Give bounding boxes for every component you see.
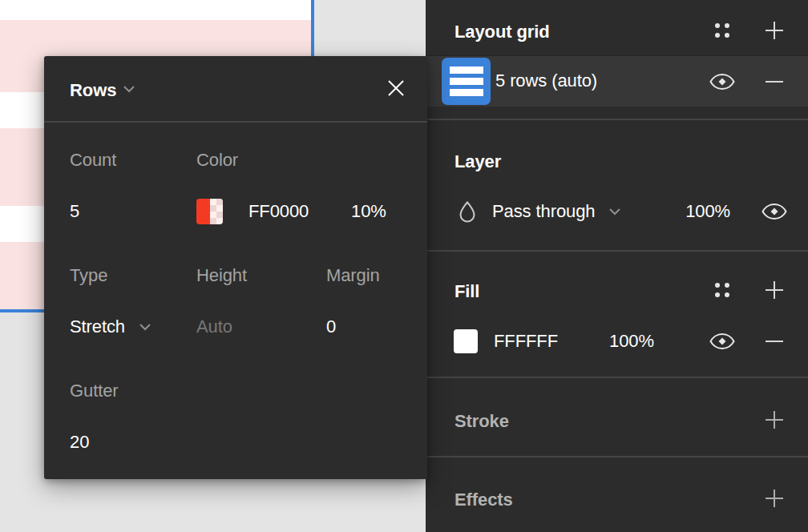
styles-dots-icon bbox=[713, 280, 731, 300]
divider bbox=[426, 456, 808, 457]
grid-color-opacity-input[interactable]: 10% bbox=[351, 203, 386, 220]
styles-dots-icon bbox=[713, 21, 731, 40]
chevron-down-icon bbox=[608, 208, 621, 216]
minus-icon bbox=[763, 71, 786, 93]
blend-mode-chevron[interactable] bbox=[608, 208, 621, 216]
layer-opacity-input[interactable]: 100% bbox=[685, 203, 730, 220]
fill-title: Fill bbox=[454, 281, 479, 302]
plus-icon bbox=[763, 409, 786, 431]
grid-row-label: 5 rows (auto) bbox=[495, 72, 597, 90]
stroke-title: Stroke bbox=[454, 411, 509, 432]
fill-hex-input[interactable]: FFFFFF bbox=[494, 332, 558, 350]
grid-styles-button[interactable] bbox=[713, 21, 731, 40]
chevron-down-icon bbox=[139, 323, 152, 331]
grid-rows-icon[interactable] bbox=[442, 58, 491, 105]
swatch-alpha-half bbox=[210, 199, 224, 224]
grid-color-hex-input[interactable]: FF0000 bbox=[248, 203, 309, 220]
type-label: Type bbox=[70, 267, 107, 284]
layer-title: Layer bbox=[454, 151, 501, 172]
close-icon bbox=[384, 76, 408, 100]
add-effect-button[interactable] bbox=[763, 487, 786, 510]
type-select-chevron[interactable] bbox=[139, 323, 152, 331]
minus-icon bbox=[763, 330, 786, 353]
margin-input[interactable]: 0 bbox=[326, 318, 336, 336]
add-fill-button[interactable] bbox=[763, 279, 786, 301]
eye-icon bbox=[761, 202, 788, 221]
blend-mode-select[interactable]: Pass through bbox=[492, 203, 595, 220]
gutter-label: Gutter bbox=[70, 382, 119, 400]
layout-grid-title: Layout grid bbox=[454, 22, 550, 42]
height-input[interactable]: Auto bbox=[196, 318, 232, 336]
layer-visibility-button[interactable] bbox=[761, 202, 788, 221]
add-layout-grid-button[interactable] bbox=[763, 19, 786, 42]
droplet-icon bbox=[459, 200, 476, 223]
grid-settings-popup: Rows Count Color 5 FF0000 10% Type Heigh… bbox=[44, 56, 427, 479]
divider bbox=[426, 377, 808, 378]
eye-icon bbox=[709, 72, 736, 91]
color-label: Color bbox=[196, 151, 238, 169]
divider bbox=[426, 119, 808, 120]
grid-type-dropdown[interactable]: Rows bbox=[70, 80, 116, 101]
plus-icon bbox=[763, 19, 786, 42]
grid-visibility-button[interactable] bbox=[709, 72, 736, 91]
effects-title: Effects bbox=[454, 490, 513, 510]
fill-color-swatch[interactable] bbox=[454, 329, 478, 353]
swatch-solid-half bbox=[196, 199, 210, 224]
height-label: Height bbox=[196, 267, 247, 284]
divider bbox=[44, 121, 427, 123]
chevron-down-icon bbox=[123, 85, 135, 93]
margin-label: Margin bbox=[326, 267, 380, 284]
plus-icon bbox=[763, 279, 786, 301]
fill-styles-button[interactable] bbox=[713, 280, 731, 300]
fill-visibility-button[interactable] bbox=[709, 332, 736, 351]
divider bbox=[426, 250, 808, 252]
count-label: Count bbox=[70, 151, 116, 169]
add-stroke-button[interactable] bbox=[763, 409, 786, 431]
figma-window: Layout grid 5 rows (auto) bbox=[0, 0, 808, 532]
layout-grid-row[interactable]: 5 rows (auto) bbox=[426, 55, 808, 107]
plus-icon bbox=[763, 487, 786, 510]
count-input[interactable]: 5 bbox=[70, 203, 79, 220]
remove-grid-button[interactable] bbox=[763, 71, 786, 93]
close-popup-button[interactable] bbox=[384, 76, 408, 100]
eye-icon bbox=[709, 332, 736, 351]
type-select[interactable]: Stretch bbox=[70, 318, 125, 336]
gutter-input[interactable]: 20 bbox=[70, 433, 89, 451]
remove-fill-button[interactable] bbox=[763, 330, 786, 353]
grid-color-swatch[interactable] bbox=[196, 199, 223, 224]
blend-mode-icon-button[interactable] bbox=[459, 200, 476, 223]
properties-panel: Layout grid 5 rows (auto) bbox=[426, 0, 808, 532]
fill-opacity-input[interactable]: 100% bbox=[609, 332, 654, 350]
grid-type-chevron[interactable] bbox=[123, 85, 135, 93]
